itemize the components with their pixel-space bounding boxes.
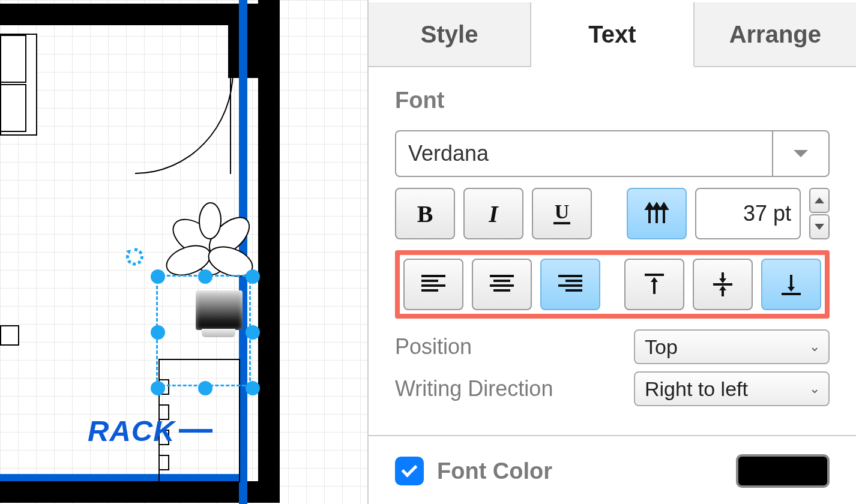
canvas-area[interactable]: RACK [0, 0, 369, 504]
position-select[interactable]: Top ⌄ [634, 329, 830, 364]
align-center-button[interactable] [472, 259, 532, 310]
writing-direction-label: Writing Direction [395, 376, 622, 401]
arrow-up-icon [815, 197, 824, 203]
font-size-increase[interactable] [809, 188, 830, 213]
text-cursor-tail [179, 429, 212, 433]
font-family-select[interactable]: Verdana [395, 130, 830, 177]
valign-middle-button[interactable] [693, 259, 753, 310]
align-center-icon [487, 272, 516, 296]
alignment-row-highlight [395, 250, 830, 319]
chevron-down-icon: ⌄ [809, 339, 820, 355]
align-right-icon [556, 272, 585, 296]
valign-bottom-icon [779, 270, 803, 299]
font-size-stepper [809, 188, 830, 239]
font-family-dropdown-icon[interactable] [772, 131, 828, 176]
tab-style[interactable]: Style [369, 2, 531, 66]
rotate-handle[interactable] [125, 247, 144, 266]
valign-top-icon [642, 270, 666, 299]
svg-text:U: U [555, 200, 570, 223]
object-chair[interactable] [196, 290, 243, 330]
arrow-down-icon [815, 224, 824, 230]
position-label: Position [395, 334, 622, 359]
resize-handle-ne[interactable] [246, 269, 260, 284]
check-icon [402, 461, 418, 478]
font-color-swatch[interactable] [736, 454, 830, 488]
align-right-button[interactable] [540, 259, 600, 310]
font-section: Font Verdana B I U 37 [369, 67, 856, 417]
resize-handle-e[interactable] [246, 325, 260, 340]
resize-handle-se[interactable] [246, 381, 260, 395]
valign-bottom-button[interactable] [761, 259, 821, 310]
font-size-input[interactable]: 37 pt [695, 188, 801, 239]
italic-button[interactable]: I [463, 188, 523, 239]
align-left-button[interactable] [403, 259, 463, 310]
door-arc [135, 71, 234, 174]
format-panel: Style Text Arrange Font Verdana B I U [369, 0, 856, 504]
valign-middle-icon [711, 270, 735, 299]
font-size-decrease[interactable] [809, 214, 830, 239]
shape-label[interactable]: RACK [88, 414, 212, 448]
align-left-icon [419, 272, 448, 296]
resize-handle-w[interactable] [151, 325, 165, 340]
resize-handle-n[interactable] [198, 269, 212, 284]
resize-handle-s[interactable] [198, 381, 212, 395]
writing-direction-value: Right to left [645, 377, 748, 401]
bold-button[interactable]: B [395, 188, 455, 239]
tab-arrange[interactable]: Arrange [695, 2, 856, 66]
chevron-down-icon: ⌄ [809, 381, 820, 397]
font-section-title: Font [395, 88, 830, 113]
format-tabs: Style Text Arrange [369, 0, 856, 67]
font-size-value: 37 pt [743, 201, 791, 226]
underline-button[interactable]: U [532, 188, 592, 239]
font-color-row: Font Color [369, 436, 856, 488]
resize-handle-sw[interactable] [151, 381, 165, 395]
tab-text[interactable]: Text [531, 2, 694, 67]
valign-top-button[interactable] [624, 259, 684, 310]
writing-direction-select[interactable]: Right to left ⌄ [634, 371, 830, 406]
resize-handle-nw[interactable] [151, 269, 165, 284]
font-family-value: Verdana [396, 131, 772, 176]
font-color-label: Font Color [437, 458, 723, 484]
vertical-text-button[interactable] [627, 188, 687, 239]
position-value: Top [645, 335, 678, 359]
vertical-arrows-icon [642, 199, 671, 228]
shape-label-text: RACK [88, 414, 175, 448]
font-color-checkbox[interactable] [395, 457, 424, 485]
